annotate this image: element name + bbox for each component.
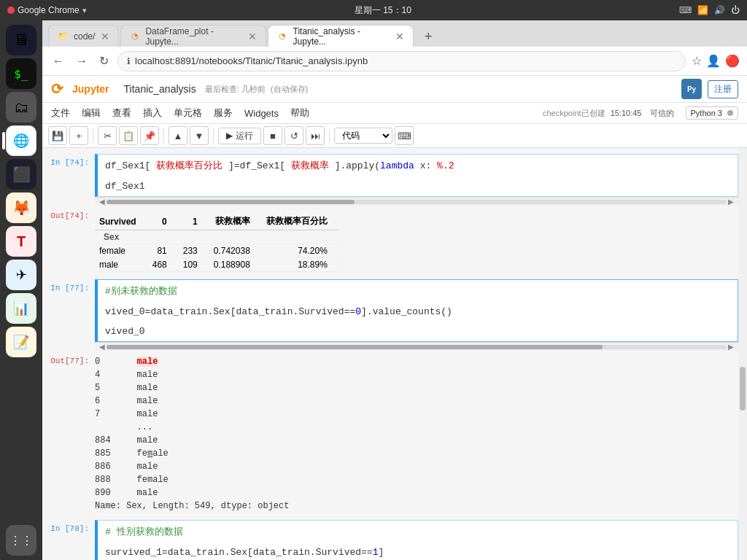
vertical-scroll-thumb[interactable]: [740, 367, 746, 411]
scroll-left-arrow[interactable]: ◀: [98, 198, 107, 206]
cell-77-code2[interactable]: vived_0: [98, 322, 738, 341]
vertical-scrollbar[interactable]: [738, 148, 747, 560]
cell-77-body[interactable]: #别未获救的数据 vived_0=data_train.Sex[data_tra…: [95, 279, 738, 351]
account-icon[interactable]: 👤: [706, 54, 721, 68]
dock-grid[interactable]: ⋮⋮: [6, 525, 36, 556]
forward-button[interactable]: →: [73, 52, 90, 71]
scroll-right-arrow[interactable]: ▶: [727, 198, 735, 206]
dock-notes[interactable]: 📝: [6, 327, 36, 357]
dock-files[interactable]: 🗂: [6, 92, 36, 122]
notebook-content: In [74]: df_Sex1[ 获救概率百分比 ]=df_Sex1[ 获救概…: [42, 148, 738, 560]
jupyter-toolbar: 💾 + ✂ 📋 📌 ▲ ▼ ▶ 运行 ■ ↺ ⏭ 代码 ⌨: [42, 124, 747, 148]
system-bar-left: Google Chrome ▾: [7, 5, 87, 15]
cell-77-comment[interactable]: #别未获救的数据: [98, 280, 738, 302]
cell-74-hscroll[interactable]: ◀ ▶: [95, 197, 738, 206]
interrupt-button[interactable]: ■: [263, 126, 282, 145]
cell-78-wrapper: In [78]: # 性别获救的数据 survived_1=data_train…: [42, 520, 738, 560]
python-icon: Py: [681, 79, 702, 99]
dock-pycharm[interactable]: 🖥: [6, 25, 36, 55]
menu-edit[interactable]: 编辑: [82, 104, 101, 122]
browser-window: 📁 code/ ✕ ◔ DataFrame_plot - Jupyte... ✕…: [42, 20, 747, 560]
cut-cell-button[interactable]: ✂: [98, 126, 117, 145]
tab-close-dataframe[interactable]: ✕: [248, 31, 257, 42]
restart-button[interactable]: ↺: [285, 126, 303, 145]
tab-close-code[interactable]: ✕: [101, 31, 109, 42]
menu-kernel[interactable]: 服务: [214, 104, 233, 122]
dock-text[interactable]: T: [6, 226, 36, 257]
tab-close-titanic[interactable]: ✕: [395, 31, 404, 42]
cell-77-out-wrapper: Out[77]: 0 male 4 male 5 male 6 male 7 m…: [42, 352, 738, 516]
row-female-index: female: [95, 244, 148, 258]
run-cell-button[interactable]: ▶ 运行: [218, 128, 261, 144]
cell-77-input[interactable]: #别未获救的数据 vived_0=data_train.Sex[data_tra…: [95, 279, 738, 342]
back-button[interactable]: ←: [50, 52, 67, 71]
tab-titanic[interactable]: ◔ Titanic_analysis - Jupyte... ✕: [268, 25, 414, 47]
url-secure-icon: ℹ: [127, 56, 131, 66]
cell-74-code2[interactable]: df_Sex1: [98, 176, 738, 196]
scroll-track[interactable]: [107, 200, 727, 204]
tab-label-titanic: Titanic_analysis - Jupyte...: [293, 26, 390, 47]
cell-77-code1[interactable]: vived_0=data_train.Sex[data_train.Surviv…: [98, 302, 738, 322]
system-tray: ⌨ 📶 🔊 ⏻: [679, 5, 740, 15]
row-male-pct: 18.89%: [262, 258, 339, 272]
move-up-button[interactable]: ▲: [169, 126, 187, 145]
cell-78-prompt: In [78]:: [42, 520, 95, 560]
cell-77-prompt: In [77]:: [42, 279, 95, 351]
cell-78-body[interactable]: # 性别获救的数据 survived_1=data_train.Sex[data…: [95, 520, 738, 560]
scroll-left-arrow2[interactable]: ◀: [98, 343, 107, 351]
url-bar[interactable]: ℹ localhost:8891/notebooks/Titanic/Titan…: [117, 51, 686, 71]
cell-74-body[interactable]: df_Sex1[ 获救概率百分比 ]=df_Sex1[ 获救概率 ].apply…: [95, 154, 738, 206]
cell-78-code1[interactable]: survived_1=data_train.Sex[data_train.Sur…: [98, 542, 738, 560]
dock-vscode[interactable]: ⬛: [6, 159, 36, 190]
paste-cell-button[interactable]: 📌: [140, 126, 159, 145]
dock-chrome[interactable]: 🌐: [6, 125, 36, 156]
tab-dataframe[interactable]: ◔ DataFrame_plot - Jupyte... ✕: [120, 25, 266, 47]
jupyter-header-right: Py 注册: [681, 79, 738, 99]
scroll-thumb2[interactable]: [107, 345, 603, 349]
menu-help[interactable]: 帮助: [290, 104, 309, 122]
save-button[interactable]: 💾: [48, 126, 67, 145]
scroll-right-arrow2[interactable]: ▶: [727, 343, 735, 351]
jupyter-brand: Jupyter: [72, 83, 109, 95]
menu-cell[interactable]: 单元格: [174, 104, 202, 122]
url-text: localhost:8891/notebooks/Titanic/Titanic…: [135, 55, 368, 66]
move-down-button[interactable]: ▼: [190, 126, 209, 145]
row-female-0: 81: [148, 244, 179, 258]
restart-run-button[interactable]: ⏭: [306, 126, 325, 145]
dock-telegram[interactable]: ✈: [6, 260, 36, 290]
tab-favicon-code: 📁: [58, 31, 68, 42]
register-button[interactable]: 注册: [708, 80, 738, 98]
cell-74-code[interactable]: df_Sex1[ 获救概率百分比 ]=df_Sex1[ 获救概率 ].apply…: [98, 155, 738, 176]
extensions-icon[interactable]: 🔴: [725, 54, 740, 68]
cell-77-hscroll[interactable]: ◀ ▶: [95, 342, 738, 351]
row-female-1: 233: [179, 244, 209, 258]
application-dock: 🖥 $_ 🗂 🌐 ⬛ 🦊 T ✈ 📊 📝 ⋮⋮: [0, 20, 42, 560]
copy-cell-button[interactable]: 📋: [119, 126, 138, 145]
menu-view[interactable]: 查看: [112, 104, 131, 122]
menu-widgets[interactable]: Widgets: [244, 106, 279, 121]
reload-button[interactable]: ↻: [96, 51, 112, 71]
address-actions: ☆ 👤 🔴: [692, 54, 740, 68]
system-bar: Google Chrome ▾ 星期一 15：10 ⌨ 📶 🔊 ⏻: [0, 0, 747, 20]
tab-label-code: code/: [74, 31, 95, 42]
bookmark-star-icon[interactable]: ☆: [692, 54, 702, 68]
new-tab-button[interactable]: +: [418, 26, 438, 47]
menu-insert[interactable]: 插入: [143, 104, 162, 122]
keyboard-shortcuts-button[interactable]: ⌨: [395, 126, 414, 145]
dock-terminal[interactable]: $_: [6, 58, 36, 89]
dock-spreadsheet[interactable]: 📊: [6, 293, 36, 324]
cell-74-out-wrapper: Out[74]: Survived 0 1 获救概率 获救概率百分比: [42, 207, 738, 275]
jupyter-menu-bar: 文件 编辑 查看 插入 单元格 服务 Widgets 帮助 checkpoint…: [42, 103, 747, 124]
scroll-thumb[interactable]: [107, 200, 355, 204]
table-header-pct: 获救概率百分比: [262, 213, 339, 230]
menu-file[interactable]: 文件: [51, 104, 70, 122]
cell-78-input[interactable]: # 性别获救的数据 survived_1=data_train.Sex[data…: [95, 520, 738, 560]
cell-74-input[interactable]: df_Sex1[ 获救概率百分比 ]=df_Sex1[ 获救概率 ].apply…: [95, 154, 738, 197]
dock-firefox[interactable]: 🦊: [6, 192, 36, 223]
notebook-title[interactable]: Titanic_analysis: [124, 83, 196, 95]
tab-code[interactable]: 📁 code/ ✕: [48, 25, 119, 47]
scroll-track2[interactable]: [107, 345, 727, 349]
cell-78-comment[interactable]: # 性别获救的数据: [98, 521, 738, 542]
add-cell-button[interactable]: +: [69, 126, 88, 145]
cell-type-select[interactable]: 代码: [334, 128, 392, 144]
